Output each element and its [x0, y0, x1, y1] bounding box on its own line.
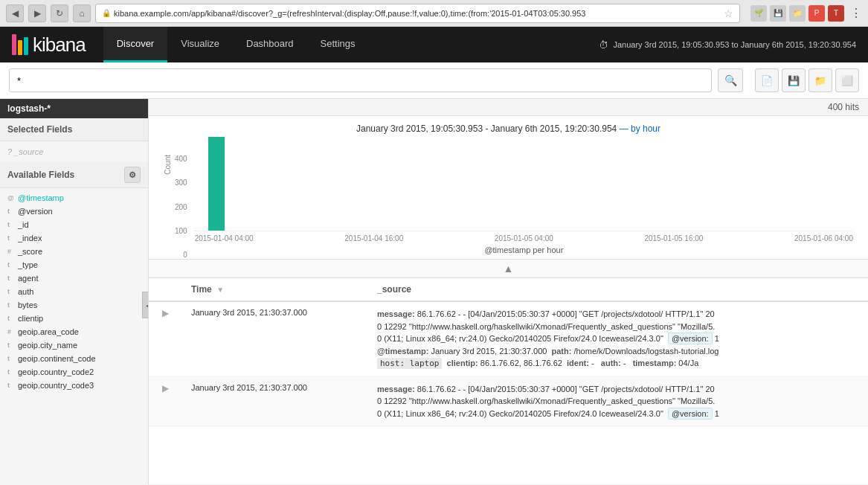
table-body: ▶ January 3rd 2015, 21:30:37.000 message…	[149, 301, 868, 426]
field-type-badge-geoip-cityname: t	[7, 341, 15, 349]
field-key-clientip-1: clientip:	[447, 359, 478, 367]
ext-btn-2[interactable]: 💾	[770, 5, 786, 22]
selected-fields-section: ? _source	[0, 141, 148, 162]
save-search-button[interactable]: 📄	[755, 68, 779, 92]
available-fields-gear-button[interactable]: ⚙	[124, 167, 141, 183]
expand-col-header	[149, 278, 182, 301]
field-item-clientip[interactable]: t clientip	[0, 312, 148, 325]
data-table: Time ▼ _source ▶ January 3rd 2015, 21:30…	[149, 278, 868, 426]
field-name-geoip-cityname: geoip.city_name	[18, 341, 141, 350]
field-item-geoip-countrycode3[interactable]: t geoip.country_code3	[0, 379, 148, 392]
field-item-geoip-cityname[interactable]: t geoip.city_name	[0, 338, 148, 352]
chart-plot: 2015-01-04 04:00 2015-01-04 16:00 2015-0…	[195, 231, 853, 259]
sidebar: logstash-* ◀ Selected Fields ? _source A…	[0, 99, 149, 484]
field-key-message: message:	[377, 309, 415, 318]
hits-bar: 400 hits	[149, 99, 868, 116]
ext-btn-4[interactable]: P	[808, 5, 825, 22]
search-input[interactable]	[9, 68, 712, 92]
share-button[interactable]: 📁	[808, 68, 832, 92]
nav-settings[interactable]: Settings	[307, 27, 369, 62]
url-bar[interactable]: 🔒 kibana.example.com/app/kibana#/discove…	[95, 4, 740, 23]
field-key-ident-1: ident:	[567, 359, 589, 367]
field-item-timestamp[interactable]: @ @timestamp	[0, 191, 148, 205]
field-key-auth-1: auth:	[601, 359, 621, 367]
field-type-badge-geoip-countrycode2: t	[7, 368, 15, 376]
source-cell-1: message: 86.1.76.62 - - [04/Jan/2015:05:…	[368, 301, 868, 376]
sidebar-toggle-button[interactable]: ◀	[142, 292, 149, 318]
content-area: 400 hits January 3rd 2015, 19:05:30.953 …	[149, 99, 868, 484]
field-type-badge-agent: t	[7, 274, 15, 282]
by-hour-link[interactable]: — by hour	[620, 123, 660, 134]
chart-area: January 3rd 2015, 19:05:30.953 - January…	[149, 116, 868, 260]
refresh-button[interactable]: ↻	[51, 4, 68, 22]
field-item-bytes[interactable]: t bytes	[0, 298, 148, 312]
table-row: ▶ January 3rd 2015, 21:30:37.000 message…	[149, 376, 868, 426]
field-name-type: _type	[18, 260, 141, 269]
table-header: Time ▼ _source	[149, 278, 868, 301]
field-item-geoip-continentcode[interactable]: t geoip.continent_code	[0, 352, 148, 365]
bookmark-star-icon[interactable]: ☆	[724, 7, 733, 19]
host-tag-1: host: laptop	[377, 358, 442, 369]
field-item-geoip-countrycode2[interactable]: t geoip.country_code2	[0, 365, 148, 379]
field-item-type[interactable]: t _type	[0, 258, 148, 272]
field-key-path-1: path:	[551, 347, 571, 356]
field-name-id: _id	[18, 220, 141, 229]
chart-bars-area	[195, 231, 853, 231]
home-button[interactable]: ⌂	[73, 4, 91, 22]
x-label-1: 2015-01-04 04:00	[195, 234, 254, 242]
collapse-chevron-icon: ▲	[504, 263, 514, 274]
field-item-score[interactable]: # _score	[0, 245, 148, 258]
time-range: ⏱ January 3rd 2015, 19:05:30.953 to Janu…	[599, 39, 868, 51]
app-name: kibana	[33, 33, 86, 57]
row-expand-button-1[interactable]: ▶	[158, 308, 173, 318]
chart-collapse-button[interactable]: ▲	[149, 260, 868, 278]
new-window-button[interactable]: ⬜	[835, 68, 859, 92]
table-header-row: Time ▼ _source	[149, 278, 868, 301]
field-type-badge-auth: t	[7, 288, 15, 295]
index-pattern[interactable]: logstash-*	[0, 99, 148, 118]
back-button[interactable]: ◀	[6, 4, 24, 22]
field-name-version: @version	[18, 207, 141, 216]
ext-btn-5[interactable]: T	[828, 5, 844, 22]
nav-discover[interactable]: Discover	[103, 27, 168, 62]
app-header: kibana Discover Visualize Dashboard Sett…	[0, 27, 868, 62]
field-name-timestamp: @timestamp	[18, 193, 141, 202]
browser-menu-icon[interactable]: ⋮	[850, 6, 862, 20]
browser-extensions: 🌱 💾 📁 P T ⋮	[750, 5, 862, 22]
time-cell-2: January 3rd 2015, 21:30:37.000	[182, 376, 368, 426]
forward-button[interactable]: ▶	[28, 4, 46, 22]
field-key-message-2: message:	[377, 385, 415, 394]
field-type-badge-timestamp: @	[7, 194, 15, 202]
search-button[interactable]: 🔍	[718, 68, 743, 92]
y-label-0: 0	[183, 251, 187, 259]
kibana-logo: kibana	[0, 33, 97, 57]
field-item-index[interactable]: t _index	[0, 231, 148, 245]
load-search-button[interactable]: 💾	[782, 68, 806, 92]
ext-btn-1[interactable]: 🌱	[750, 5, 767, 22]
ext-btn-3[interactable]: 📁	[789, 5, 806, 22]
gridline-100	[196, 231, 853, 231]
nav-visualize[interactable]: Visualize	[167, 27, 233, 62]
field-item-id[interactable]: t _id	[0, 218, 148, 231]
time-range-text: January 3rd 2015, 19:05:30.953 to Januar…	[613, 40, 856, 49]
field-type-badge-score: #	[7, 248, 15, 255]
time-col-header[interactable]: Time ▼	[182, 278, 368, 301]
row-expand-button-2[interactable]: ▶	[158, 383, 173, 394]
chart-container: Count 400 300 200 100 0	[164, 140, 853, 259]
y-axis-label: Count	[164, 155, 172, 175]
field-name-agent: agent	[18, 274, 141, 283]
x-label-2: 2015-01-04 16:00	[344, 234, 403, 242]
field-name-geoip-continentcode: geoip.continent_code	[18, 354, 141, 363]
time-cell-1: January 3rd 2015, 21:30:37.000	[182, 301, 368, 376]
x-label-5: 2015-01-06 04:00	[794, 234, 853, 242]
field-type-badge-geoip-continentcode: t	[7, 355, 15, 362]
nav-dashboard[interactable]: Dashboard	[233, 27, 307, 62]
source-col-header: _source	[368, 278, 868, 301]
field-item-geoip-areacode[interactable]: # geoip.area_code	[0, 325, 148, 338]
logo-bars	[12, 34, 28, 55]
browser-bar: ◀ ▶ ↻ ⌂ 🔒 kibana.example.com/app/kibana#…	[0, 0, 868, 27]
field-item-agent[interactable]: t agent	[0, 272, 148, 285]
field-item-auth[interactable]: t auth	[0, 285, 148, 298]
field-name-index: _index	[18, 234, 141, 242]
field-item-version[interactable]: t @version	[0, 205, 148, 218]
